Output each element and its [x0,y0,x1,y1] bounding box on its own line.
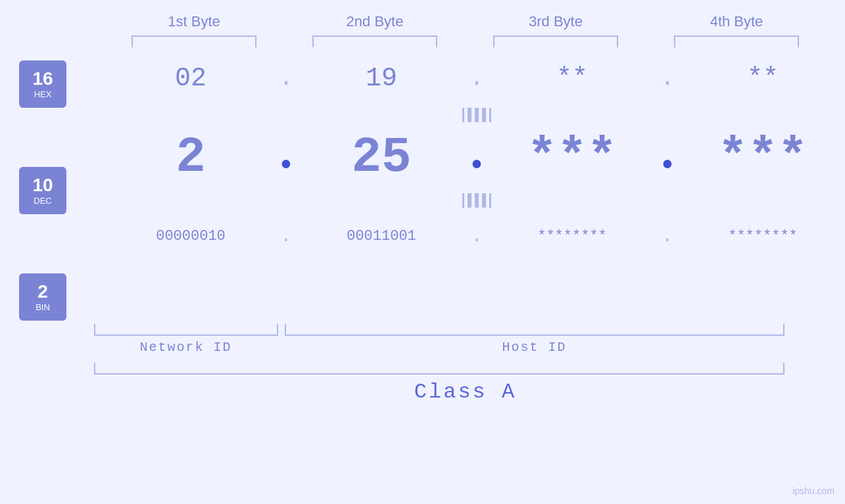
outer-bracket-row [94,363,837,375]
main-area: 16 HEX 10 DEC 2 BIN 02 . 19 . ** . ** [0,54,845,321]
dec-dot-2: • [460,126,493,189]
dec-badge-number: 10 [32,176,53,195]
bin-row: 00000010 . 00011001 . ******** . *******… [112,212,842,261]
bin-dot-1: . [270,212,302,261]
class-label-row: Class A [87,380,844,404]
dec-badge-label: DEC [34,196,51,206]
sep-dec-bin [112,189,842,212]
host-id-label: Host ID [285,340,785,355]
bin-val-1: 00000010 [112,212,270,261]
bin-badge: 2 BIN [19,273,66,321]
bracket-top-4 [674,35,799,47]
dec-val-2: 25 [302,126,460,189]
byte-headers: 1st Byte 2nd Byte 3rd Byte 4th Byte [104,13,827,30]
sep3 [477,103,484,126]
hex-dot-1: . [270,54,302,103]
sep4 [484,103,491,126]
hex-badge-label: HEX [34,89,52,99]
bracket-outer [94,363,785,375]
watermark: ipshu.com [792,486,834,496]
dec-badge: 10 DEC [19,167,66,214]
dec-dot-3: • [651,126,684,189]
bin-val-3: ******** [493,212,651,261]
hex-dot-3: . [651,54,684,103]
sep8 [484,189,491,212]
bracket-bottom-host [285,324,785,336]
bin-badge-number: 2 [37,283,48,301]
dec-val-3: *** [493,126,651,189]
values-grid: 02 . 19 . ** . ** [99,54,829,261]
bin-dot-2: . [460,212,493,261]
sep6 [470,189,477,212]
hex-val-1: 02 [112,54,270,103]
bin-dot-3: . [651,212,684,261]
dec-val-4: *** [684,126,842,189]
sep-hex-dec [112,103,842,126]
byte1-header: 1st Byte [122,13,266,30]
sep1 [462,103,470,126]
class-label: Class A [414,380,516,404]
hex-badge: 16 HEX [19,60,66,108]
byte2-header: 2nd Byte [302,13,447,30]
top-brackets [104,35,827,47]
hex-dot-2: . [460,54,493,103]
sep5 [462,189,470,212]
byte3-header: 3rd Byte [483,13,628,30]
sep2 [470,103,477,126]
dec-dot-1: • [270,126,302,189]
hex-val-3: ** [493,54,651,103]
hex-row: 02 . 19 . ** . ** [112,54,842,103]
bracket-bottom-network [94,324,278,336]
bracket-top-2 [312,35,437,47]
bin-val-2: 00011001 [302,212,460,261]
hex-badge-number: 16 [32,70,53,88]
labels-row: Network ID Host ID [94,340,844,355]
network-id-label: Network ID [94,340,278,355]
bracket-top-1 [132,35,256,47]
main-container: 1st Byte 2nd Byte 3rd Byte 4th Byte 16 H… [0,0,845,504]
sep7 [477,189,484,212]
byte4-header: 4th Byte [664,13,809,30]
dec-row: 2 • 25 • *** • *** [112,126,842,189]
bin-badge-label: BIN [36,302,50,312]
bracket-top-3 [493,35,618,47]
badges-column: 16 HEX 10 DEC 2 BIN [0,54,85,321]
hex-val-2: 19 [302,54,460,103]
bottom-section: Network ID Host ID Class A [87,324,844,404]
hex-val-4: ** [684,54,842,103]
dec-val-1: 2 [112,126,270,189]
bottom-brackets-row [94,324,837,337]
bin-val-4: ******** [684,212,842,261]
